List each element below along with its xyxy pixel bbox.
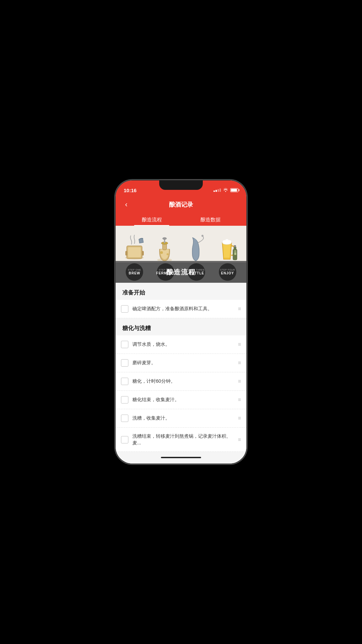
enjoy-illustration (215, 232, 240, 263)
ferment-illustration (153, 232, 176, 263)
item-text-1-4: 洗糟，收集麦汁。 (132, 415, 234, 422)
wifi-icon (223, 188, 228, 193)
tab-bar: 酿造流程 酿造数据 (122, 213, 240, 226)
status-time: 10:16 (124, 187, 136, 193)
section-header-mash: 糖化与洗糟 (116, 318, 246, 335)
svg-rect-2 (128, 247, 141, 257)
drag-handle-1-3[interactable]: ≡ (238, 397, 241, 403)
item-text-1-3: 糖化结束，收集麦汁。 (132, 396, 234, 403)
list-item[interactable]: 洗糟，收集麦汁。 ≡ (116, 409, 246, 428)
hero-illustrations (116, 226, 246, 263)
step-ferment: STEP TWO FERMENT (157, 263, 174, 281)
status-icons (214, 188, 238, 193)
step-enjoy: STEP FOUR ENJOY (219, 263, 236, 281)
checkbox-1-4[interactable] (121, 415, 128, 422)
checkbox-1-0[interactable] (121, 341, 128, 348)
tab-brewing-process[interactable]: 酿造流程 (122, 213, 181, 226)
checkbox-1-3[interactable] (121, 396, 128, 404)
svg-rect-4 (142, 251, 144, 256)
checkbox-1-5[interactable] (121, 436, 128, 443)
back-button[interactable]: ‹ (122, 199, 130, 210)
steps-row: STEP ONE BREW STEP TWO FERMENT STEP THRE… (116, 261, 246, 283)
item-text-1-2: 糖化，计时60分钟。 (132, 378, 234, 385)
list-item[interactable]: 磨碎麦芽。 ≡ (116, 354, 246, 372)
phone-frame: 10:16 (116, 180, 246, 464)
svg-point-9 (163, 237, 167, 239)
svg-rect-3 (125, 251, 127, 256)
bottle-illustration (182, 232, 209, 263)
hero-banner: STEP ONE BREW STEP TWO FERMENT STEP THRE… (116, 226, 246, 283)
signal-icon (214, 189, 221, 192)
scroll-content[interactable]: 准备开始 确定啤酒配方，准备酿酒原料和工具。 ≡ 糖化与洗糟 调节水质，烧水。 … (116, 283, 246, 453)
notch (159, 180, 203, 190)
checkbox-1-2[interactable] (121, 378, 128, 385)
drag-handle-1-0[interactable]: ≡ (238, 341, 241, 347)
brew-illustration (122, 232, 147, 263)
drag-handle-1-5[interactable]: ≡ (238, 437, 241, 443)
step-bottle: STEP THREE BOTTLE (188, 263, 205, 281)
tab-brewing-data[interactable]: 酿造数据 (181, 213, 240, 226)
checkbox-0-0[interactable] (121, 305, 128, 313)
svg-rect-19 (234, 245, 236, 247)
svg-rect-20 (234, 251, 236, 252)
drag-handle-1-4[interactable]: ≡ (238, 415, 241, 421)
app-header: ‹ 酿酒记录 酿造流程 酿造数据 (116, 195, 246, 226)
drag-handle-1-2[interactable]: ≡ (238, 378, 241, 384)
list-item[interactable]: 调节水质，烧水。 ≡ (116, 335, 246, 354)
page-title: 酿酒记录 (169, 201, 193, 209)
svg-point-16 (228, 240, 231, 244)
drag-handle-1-1[interactable]: ≡ (238, 360, 241, 366)
svg-point-12 (201, 235, 203, 237)
section-header-prepare: 准备开始 (116, 283, 246, 300)
checkbox-1-1[interactable] (121, 359, 128, 367)
svg-rect-21 (234, 252, 236, 255)
header-nav: ‹ 酿酒记录 (122, 199, 240, 212)
home-indicator (161, 457, 201, 458)
list-item[interactable]: 确定啤酒配方，准备酿酒原料和工具。 ≡ (116, 300, 246, 318)
item-text-1-0: 调节水质，烧水。 (132, 341, 234, 348)
phone-screen: 10:16 (116, 180, 246, 464)
svg-point-10 (160, 251, 163, 254)
battery-icon (230, 188, 238, 192)
list-item[interactable]: 糖化，计时60分钟。 ≡ (116, 372, 246, 391)
item-text-1-5: 洗糟结束，转移麦汁到熬煮锅，记录麦汁体积、麦... (132, 433, 234, 446)
drag-handle-0-0[interactable]: ≡ (238, 306, 241, 312)
item-text-0-0: 确定啤酒配方，准备酿酒原料和工具。 (132, 306, 234, 312)
step-brew: STEP ONE BREW (126, 263, 143, 281)
svg-point-11 (167, 253, 169, 255)
list-item[interactable]: 洗糟结束，转移麦汁到熬煮锅，记录麦汁体积、麦... ≡ (116, 428, 246, 452)
item-text-1-1: 磨碎麦芽。 (132, 360, 234, 366)
list-item[interactable]: 糖化结束，收集麦汁。 ≡ (116, 391, 246, 409)
